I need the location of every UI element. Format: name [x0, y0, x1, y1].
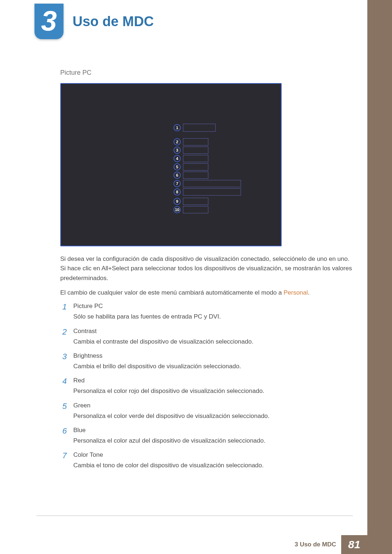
footer-page-number: 81 — [341, 535, 367, 554]
slider-field — [183, 163, 208, 171]
callout-row: 9 — [173, 198, 241, 205]
item-title: Color Tone — [73, 451, 354, 459]
item-desc: Cambia el brillo del dispositivo de visu… — [73, 362, 354, 371]
callout-badge-5: 5 — [173, 163, 181, 171]
right-margin-bar — [367, 0, 392, 554]
paragraph: Si desea ver la configuración de cada di… — [60, 254, 354, 283]
dropdown-field — [183, 124, 216, 132]
list-index: 6 — [60, 427, 67, 446]
slider-field — [183, 188, 241, 196]
footer-rule — [36, 516, 353, 516]
callout-row: 6 — [173, 172, 241, 179]
list-index: 3 — [60, 352, 67, 371]
item-title: Contrast — [73, 328, 354, 335]
list-item: 1 Picture PC Sólo se habilita para las f… — [60, 303, 354, 321]
list-index: 7 — [60, 451, 67, 470]
footer-chapter: 3 Uso de MDC — [295, 541, 341, 548]
item-desc: Personaliza el color verde del dispositi… — [73, 411, 354, 421]
list-item: 5 Green Personaliza el color verde del d… — [60, 402, 354, 421]
list-item: 4 Red Personaliza el color rojo del disp… — [60, 377, 354, 396]
chapter-number: 3 — [41, 7, 57, 35]
list-item: 6 Blue Personaliza el color azul del dis… — [60, 427, 354, 446]
callout-row: 3 — [173, 147, 241, 154]
callout-row: 4 — [173, 155, 241, 162]
footer: 3 Uso de MDC 81 — [242, 535, 367, 554]
list-item: 2 Contrast Cambia el contraste del dispo… — [60, 328, 354, 346]
callout-row: 5 — [173, 163, 241, 171]
item-desc: Sólo se habilita para las fuentes de ent… — [73, 312, 354, 321]
list-index: 1 — [60, 303, 67, 321]
list-item: 3 Brightness Cambia el brillo del dispos… — [60, 352, 354, 371]
screenshot-panel: 1 2 3 4 — [60, 83, 282, 246]
list-index: 4 — [60, 377, 67, 396]
callout-row: 10 — [173, 206, 241, 213]
item-desc: Cambia el tono de color del dispositivo … — [73, 461, 354, 470]
callout-badge-2: 2 — [173, 138, 181, 145]
list-index: 2 — [60, 328, 67, 346]
callout-badge-3: 3 — [173, 147, 181, 154]
item-title: Red — [73, 377, 354, 384]
slider-field — [183, 172, 208, 179]
callout-badge-1: 1 — [173, 124, 181, 131]
list-item: 7 Color Tone Cambia el tono de color del… — [60, 451, 354, 470]
callout-row: 2 — [173, 138, 241, 145]
slider-field — [183, 138, 208, 145]
callout-badge-8: 8 — [173, 188, 181, 196]
slider-field — [183, 147, 208, 154]
section-label: Picture PC — [60, 69, 354, 77]
chapter-tab: 3 — [34, 4, 64, 39]
slider-field — [183, 155, 208, 162]
callout-row: 8 — [173, 188, 241, 196]
item-desc: Cambia el contraste del dispositivo de v… — [73, 337, 354, 346]
accent-text: Personal — [283, 289, 308, 296]
callout-row: 1 — [173, 124, 241, 132]
item-title: Green — [73, 402, 354, 409]
item-title: Blue — [73, 427, 354, 434]
chapter-title: Uso de MDC — [73, 14, 154, 29]
paragraph: El cambio de cualquier valor de este men… — [60, 288, 354, 297]
text: El cambio de cualquier valor de este men… — [60, 289, 283, 296]
item-desc: Personaliza el color rojo del dispositiv… — [73, 386, 354, 396]
item-title: Brightness — [73, 352, 354, 360]
callout-badge-9: 9 — [173, 198, 181, 205]
callout-row: 7 — [173, 180, 241, 187]
text: . — [308, 289, 310, 296]
item-desc: Personaliza el color azul del dispositiv… — [73, 436, 354, 446]
slider-field — [183, 180, 241, 187]
callout-badge-6: 6 — [173, 172, 181, 179]
slider-field — [183, 198, 208, 205]
callout-badge-7: 7 — [173, 180, 181, 187]
list-index: 5 — [60, 402, 67, 421]
slider-field — [183, 206, 208, 213]
callout-badge-4: 4 — [173, 155, 181, 162]
item-title: Picture PC — [73, 303, 354, 310]
callout-badge-10: 10 — [173, 206, 181, 213]
